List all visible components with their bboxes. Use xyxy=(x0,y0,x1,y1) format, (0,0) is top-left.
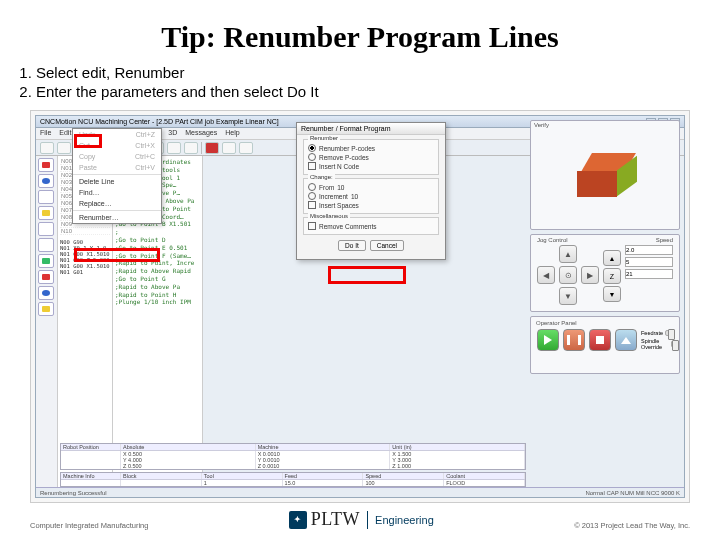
slide-title: Tip: Renumber Program Lines xyxy=(30,20,690,54)
field-increment[interactable]: Increment 10 xyxy=(308,192,434,200)
verify-label: Verify xyxy=(534,122,549,128)
tb-new[interactable] xyxy=(40,142,54,154)
edit-menu-item[interactable]: Renumber… xyxy=(73,212,161,223)
status-bar: Renumbering Successful Normal CAP NUM Mi… xyxy=(36,487,684,497)
jog-z-label: Z xyxy=(603,268,621,284)
brand-main: PLTW xyxy=(311,509,360,530)
stop-button[interactable] xyxy=(589,329,611,351)
tool-icon-10[interactable] xyxy=(38,302,54,316)
menu-3d[interactable]: 3D xyxy=(168,129,177,138)
machine-info-table: Machine InfoBlockToolFeedSpeedCoolant115… xyxy=(60,472,526,487)
tb-play-icon[interactable] xyxy=(205,142,219,154)
tool-icon-1[interactable] xyxy=(38,158,54,172)
feedrate-slider[interactable] xyxy=(665,330,673,336)
menu-help[interactable]: Help xyxy=(225,129,239,138)
cancel-button[interactable]: Cancel xyxy=(370,240,404,251)
jog-value[interactable] xyxy=(625,245,673,255)
tool-icon-8[interactable] xyxy=(38,270,54,284)
tool-icon-3[interactable] xyxy=(38,190,54,204)
tool-icon-2[interactable] xyxy=(38,174,54,188)
menu-edit[interactable]: Edit xyxy=(59,129,71,138)
do-it-button[interactable]: Do It xyxy=(338,240,366,251)
left-toolbar xyxy=(36,156,58,497)
tb-open[interactable] xyxy=(57,142,71,154)
edit-menu-item: CutCtrl+X xyxy=(73,140,161,151)
cube-icon xyxy=(577,153,633,197)
jog-y-plus[interactable]: ▲ xyxy=(559,245,577,263)
tool-icon-4[interactable] xyxy=(38,206,54,220)
tb-verify[interactable] xyxy=(184,142,198,154)
edit-menu-item: PasteCtrl+V xyxy=(73,162,161,173)
edit-menu-item: CopyCtrl+C xyxy=(73,151,161,162)
tb-extra1[interactable] xyxy=(222,142,236,154)
pltw-logo-icon: ✦ xyxy=(289,511,307,529)
chk-insert-spaces[interactable]: Insert Spaces xyxy=(308,201,434,209)
pause-button[interactable] xyxy=(563,329,585,351)
step-2: Enter the parameters and then select Do … xyxy=(36,83,690,100)
jog-z-plus[interactable]: ▲ xyxy=(603,250,621,266)
edit-menu-item[interactable]: Delete Line xyxy=(73,176,161,187)
opt-renumber-pcodes[interactable]: Renumber P-codes xyxy=(308,144,434,152)
field-from[interactable]: From 10 xyxy=(308,183,434,191)
edit-menu-item[interactable]: Find… xyxy=(73,187,161,198)
course-name: Computer Integrated Manufacturing xyxy=(30,521,148,530)
speed-value-2[interactable] xyxy=(625,269,673,279)
jog-x-plus[interactable]: ▶ xyxy=(581,266,599,284)
jog-x-minus[interactable]: ◀ xyxy=(537,266,555,284)
speed-value-1[interactable] xyxy=(625,257,673,267)
tool-icon-6[interactable] xyxy=(38,238,54,252)
change-group: Change: From 10 Increment 10 Insert Spac… xyxy=(303,178,439,214)
tool-icon-7[interactable] xyxy=(38,254,54,268)
jog-y-minus[interactable]: ▼ xyxy=(559,287,577,305)
brand: ✦ PLTW Engineering xyxy=(289,509,434,530)
copyright: © 2013 Project Lead The Way, Inc. xyxy=(574,521,690,530)
tb-stop[interactable] xyxy=(167,142,181,154)
edit-menu-item: UndoCtrl+Z xyxy=(73,129,161,140)
step-1: Select edit, Renumber xyxy=(36,64,690,81)
dialog-title: Renumber / Format Program xyxy=(297,123,445,135)
brand-sub: Engineering xyxy=(375,514,434,526)
menu-messages[interactable]: Messages xyxy=(185,129,217,138)
jog-z-minus[interactable]: ▼ xyxy=(603,286,621,302)
window-title: CNCMotion NCU Machining Center - [2.5D P… xyxy=(40,118,279,125)
chk-remove-comments[interactable]: Remove Comments xyxy=(308,222,434,230)
chk-insert-ncode[interactable]: Insert N Code xyxy=(308,162,434,170)
status-right: Normal CAP NUM Mill NCC 9000 K xyxy=(585,490,680,496)
verify-3d-view[interactable]: Verify xyxy=(530,120,680,230)
jog-dpad: ▲ ▼ ◀ ▶ ⊙ xyxy=(537,245,599,305)
steps-list: Select edit, Renumber Enter the paramete… xyxy=(36,64,690,102)
jog-center[interactable]: ⊙ xyxy=(559,266,577,284)
tool-icon-5[interactable] xyxy=(38,222,54,236)
tb-extra2[interactable] xyxy=(239,142,253,154)
operator-panel: Operator Panel Feedrate Spindle Override xyxy=(530,316,680,374)
spindle-slider[interactable] xyxy=(671,341,673,347)
run-button[interactable] xyxy=(537,329,559,351)
edit-menu-item[interactable]: Replace… xyxy=(73,198,161,209)
misc-group: Miscellaneous Remove Comments xyxy=(303,217,439,235)
eject-button[interactable] xyxy=(615,329,637,351)
status-left: Renumbering Successful xyxy=(40,490,107,496)
renumber-group: Renumber Renumber P-codes Remove P-codes… xyxy=(303,139,439,175)
edit-dropdown[interactable]: UndoCtrl+ZCutCtrl+XCopyCtrl+CPasteCtrl+V… xyxy=(72,128,162,224)
position-table: Robot PositionAbsoluteMachineUnit (in)X … xyxy=(60,443,526,470)
jog-panel: Jog ControlSpeed ▲ ▼ ◀ ▶ ⊙ ▲ Z ▼ xyxy=(530,234,680,312)
renumber-dialog: Renumber / Format Program Renumber Renum… xyxy=(296,122,446,260)
app-screenshot: CNCMotion NCU Machining Center - [2.5D P… xyxy=(30,110,690,503)
opt-remove-pcodes[interactable]: Remove P-codes xyxy=(308,153,434,161)
tool-icon-9[interactable] xyxy=(38,286,54,300)
menu-file[interactable]: File xyxy=(40,129,51,138)
